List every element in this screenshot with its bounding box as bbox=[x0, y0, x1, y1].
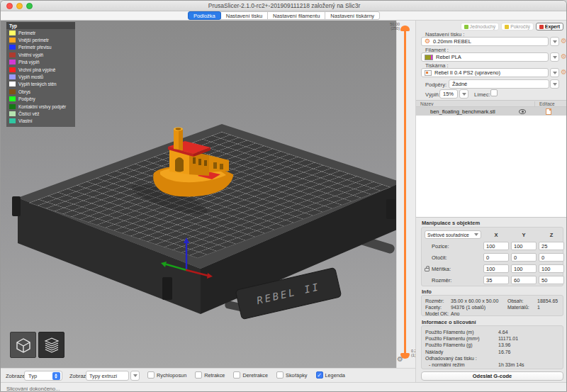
manipulation-y-input[interactable] bbox=[511, 242, 537, 250]
preview-layers-view-button[interactable] bbox=[38, 332, 64, 358]
mode-button[interactable]: Pokročilý bbox=[501, 23, 534, 30]
checkbox-box[interactable] bbox=[147, 371, 155, 379]
layer-slider[interactable] bbox=[404, 30, 406, 354]
3d-editor-view-button[interactable] bbox=[10, 332, 36, 358]
legend-item: Perimetr bbox=[6, 29, 75, 36]
show-features-dropdown-arrow[interactable] bbox=[130, 371, 140, 381]
infill-dropdown-arrow[interactable] bbox=[459, 89, 468, 99]
checkbox-label: Legenda bbox=[325, 372, 345, 379]
feature-checkbox[interactable]: Retrakce bbox=[195, 371, 225, 379]
legend-item-label: Vlastní bbox=[18, 118, 33, 123]
legend-item-label: Vrchní plná výplně bbox=[18, 67, 55, 72]
feature-checkbox[interactable]: Skořápky bbox=[276, 371, 307, 379]
mode-button-label: Expert bbox=[545, 24, 560, 29]
mode-color-icon bbox=[505, 25, 509, 29]
manipulation-x-input[interactable] bbox=[483, 264, 509, 273]
filament-dropdown-arrow[interactable] bbox=[550, 52, 559, 62]
axis-z-header: Z bbox=[539, 232, 564, 238]
chevron-down-icon bbox=[474, 233, 478, 236]
sliced-info-label: Použito Filamentu (mm³) bbox=[425, 335, 498, 342]
manipulation-grid: Světové souřadnice X Y Z Pozice: mm bbox=[422, 228, 563, 287]
printer-gear-icon[interactable]: ⚙ bbox=[560, 68, 567, 77]
supports-label: Podpěry: bbox=[425, 82, 447, 88]
legend-title: Typ bbox=[6, 22, 75, 29]
supports-dropdown-arrow[interactable] bbox=[550, 79, 559, 89]
info-panel: Rozměr: 35.00 x 60.00 x 50.00 Obsah: 188… bbox=[421, 295, 563, 316]
mode-button[interactable]: Jednoduchý bbox=[461, 23, 500, 30]
chevron-down-icon bbox=[553, 72, 557, 74]
workspace-tab[interactable]: Nastavení filamentu bbox=[267, 11, 325, 20]
layer-slider-max-handle[interactable] bbox=[400, 26, 410, 31]
manipulation-y-input[interactable] bbox=[511, 276, 537, 284]
printer-dropdown-arrow[interactable] bbox=[550, 68, 559, 77]
view-mode-toolbar bbox=[10, 332, 64, 358]
legend-color-swatch bbox=[9, 45, 16, 50]
manipulation-z-input[interactable] bbox=[539, 242, 564, 250]
checkbox-box[interactable] bbox=[316, 371, 323, 379]
sliced-info-label: Použito Filamentu (g) bbox=[425, 342, 498, 348]
feature-checkbox[interactable]: Legenda bbox=[316, 371, 345, 379]
legend-color-swatch bbox=[9, 52, 16, 57]
feature-checkbox[interactable]: Rychloposun bbox=[147, 371, 186, 379]
brim-checkbox[interactable] bbox=[490, 89, 498, 96]
info-title: Info bbox=[422, 289, 432, 295]
mode-color-icon bbox=[539, 25, 544, 29]
mode-switcher: Jednoduchý Pokročilý Expert bbox=[461, 23, 563, 30]
sliced-info-value: 4.64 bbox=[498, 329, 559, 335]
manipulation-y-input[interactable] bbox=[511, 264, 537, 273]
supports-combo[interactable]: Žádné bbox=[449, 79, 549, 89]
info-model-ok-label: Model OK: bbox=[425, 311, 451, 317]
manipulation-row-label: Otočit: bbox=[432, 254, 447, 261]
preview-toolbar: Zobrazení Typ Zobrazit Typy extruzí Rych… bbox=[1, 368, 415, 382]
filament-gear-icon[interactable]: ⚙ bbox=[560, 52, 567, 61]
filament-combo[interactable]: Rebel PLA bbox=[421, 52, 549, 62]
show-features-combo[interactable]: Typy extruzí bbox=[86, 371, 129, 381]
print-settings-dropdown-arrow[interactable] bbox=[550, 37, 559, 46]
lock-icon[interactable] bbox=[425, 268, 430, 271]
printer-combo[interactable]: Rebel II 0.4 PS2 (upraveno) bbox=[421, 68, 549, 77]
3d-viewport[interactable]: REBEL II Typ Perimetr Vnější perimetr bbox=[1, 21, 396, 368]
checkbox-box[interactable] bbox=[195, 371, 202, 379]
object-list: Název Editace ben_floating_benchmark.stl bbox=[416, 100, 567, 218]
infill-label: Výplň: bbox=[425, 91, 440, 98]
mode-button[interactable]: Expert bbox=[536, 23, 563, 30]
workspace-tab[interactable]: Nastavení tiskárny bbox=[325, 11, 380, 20]
legend-color-swatch bbox=[9, 89, 16, 94]
legend-item-label: Perimetr převisu bbox=[18, 45, 52, 50]
checkbox-box[interactable] bbox=[276, 371, 284, 379]
legend-item: Vnitřní výplň bbox=[6, 51, 75, 58]
coordinate-system-combo[interactable]: Světové souřadnice bbox=[425, 230, 481, 239]
infill-combo[interactable]: 15% bbox=[439, 89, 458, 99]
manipulation-x-input[interactable] bbox=[483, 253, 509, 262]
legend-item: Obrys bbox=[6, 88, 75, 95]
select-stepper-icon bbox=[52, 372, 60, 380]
manipulation-z-input[interactable] bbox=[539, 253, 564, 262]
print-settings-combo[interactable]: ⚙ 0.20mm REBEL bbox=[421, 37, 549, 46]
send-gcode-button[interactable]: Odeslat G-code bbox=[421, 371, 563, 381]
slider-settings-gear-icon[interactable]: ⚙ bbox=[397, 356, 403, 363]
manipulation-x-input[interactable] bbox=[483, 242, 509, 250]
brim-label: Límec: bbox=[474, 91, 490, 98]
legend-color-swatch bbox=[9, 82, 16, 86]
settings-panel: Jednoduchý Pokročilý Expert Nastavení ti… bbox=[415, 21, 567, 383]
manipulation-z-input[interactable] bbox=[539, 264, 564, 273]
view-type-select[interactable]: Typ bbox=[24, 371, 62, 381]
feature-checkbox[interactable]: Deretrakce bbox=[233, 371, 268, 379]
print-settings-gear-icon[interactable]: ⚙ bbox=[560, 37, 567, 45]
eye-visibility-icon[interactable] bbox=[519, 109, 526, 114]
object-row-selected[interactable]: ben_floating_benchmark.stl bbox=[416, 107, 567, 116]
edit-object-icon[interactable] bbox=[546, 108, 551, 115]
filament-color-swatch bbox=[425, 55, 433, 60]
manipulation-x-input[interactable] bbox=[483, 276, 509, 284]
chevron-down-icon bbox=[553, 56, 557, 59]
manipulation-row-label: Pozice: bbox=[432, 243, 449, 250]
legend-item: Vrchní plná výplně bbox=[6, 66, 75, 73]
legend-item-label: Plná výplň bbox=[18, 60, 40, 65]
workspace-tab[interactable]: Nastavení tisku bbox=[220, 11, 268, 20]
manipulation-y-input[interactable] bbox=[511, 253, 537, 262]
workspace-tab[interactable]: Podložka bbox=[188, 11, 221, 20]
manipulation-z-input[interactable] bbox=[539, 276, 564, 284]
checkbox-box[interactable] bbox=[233, 371, 240, 379]
axis-x-header: X bbox=[483, 232, 509, 238]
sliced-info-title: Informace o slicování bbox=[422, 319, 476, 325]
